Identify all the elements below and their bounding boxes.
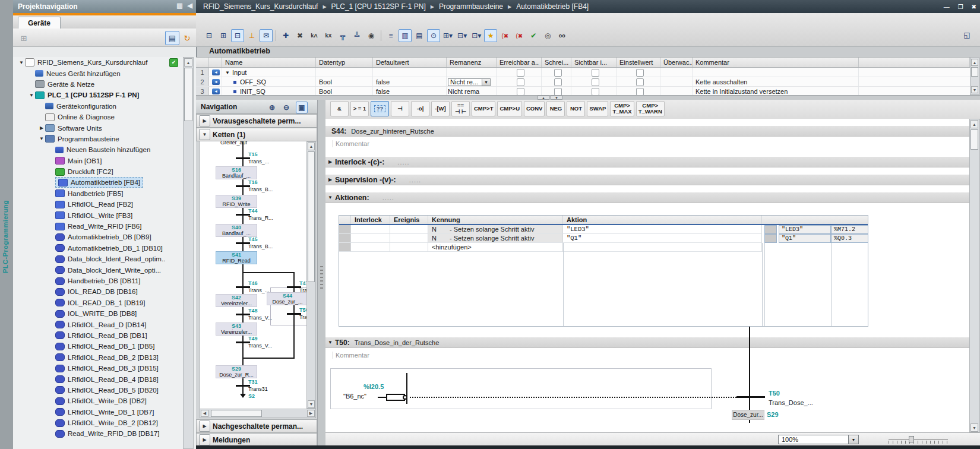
plc-programming-tab[interactable]: PLC-Programmierung (2, 95, 11, 273)
breadcrumb-item[interactable]: PLC_1 [CPU 1512SP F-1 PN] (331, 2, 426, 11)
tree-item[interactable]: ▶Software Units (13, 122, 196, 133)
permanent-instruction-icon[interactable]: ✉ (260, 29, 273, 42)
chain-step-S40[interactable]: S40Bandlauf_... (216, 224, 257, 237)
checkbox-cell[interactable] (617, 87, 660, 96)
splitter-collapse-down-icon[interactable]: ▼ (551, 96, 562, 100)
contact-operand[interactable]: "B6_nc" (343, 393, 366, 400)
comment-cell[interactable] (693, 68, 859, 77)
action-aktion-cell[interactable]: "Q1" (563, 234, 762, 243)
interface-table-scrollbar[interactable]: ▲ ▼ (970, 57, 979, 95)
tree-item[interactable]: Gerätekonfiguration (13, 101, 196, 112)
tree-item[interactable]: Data_block_Ident_Write_opti... (13, 264, 196, 275)
tree-item[interactable]: Handbetrieb_DB [DB11] (13, 276, 196, 286)
zoom-value[interactable]: 100% (779, 435, 848, 444)
checkbox[interactable] (554, 78, 562, 86)
tree-item[interactable]: Neuen Baustein hinzufügen (13, 144, 196, 155)
add-device-icon[interactable]: ⊞ (17, 31, 31, 45)
chain-step-S43[interactable]: S43Vereinzeler... (216, 322, 257, 336)
interlock-section-bar[interactable]: ▶ Interlock -(c)-: ..... (325, 157, 969, 167)
tree-item[interactable]: IOL_READ_DB [DB16] (13, 286, 196, 297)
datatype-cell[interactable]: Bool (316, 77, 373, 86)
checkbox[interactable] (554, 88, 562, 96)
details-view-icon[interactable]: ▤ (165, 31, 179, 45)
logic-button-SWAP[interactable]: SWAP (587, 101, 608, 116)
renumber-steps-icon[interactable]: kA (308, 29, 321, 42)
scroll-down-icon[interactable]: ▼ (970, 423, 978, 432)
retain-cell[interactable]: Nicht re...▼ (447, 77, 497, 86)
retain-cell[interactable] (447, 68, 497, 77)
tree-item[interactable]: LRfidIOL_Read_D [DB14] (13, 319, 196, 330)
transition-network[interactable] (330, 368, 712, 409)
checkbox[interactable] (592, 78, 599, 86)
tree-item[interactable]: Geräte & Netze (13, 79, 196, 90)
tree-item[interactable]: Handbetrieb [FB5] (13, 188, 196, 199)
tree-item[interactable]: Automatikbetrieb_DB_1 [DB10] (13, 243, 196, 254)
zoom-combo[interactable]: 100% ▼ (778, 435, 859, 444)
consistency-check-icon[interactable]: ✔ (527, 29, 540, 42)
chain-step-S39[interactable]: S39RFID_Write (216, 195, 257, 208)
datatype-cell[interactable]: Bool (316, 87, 373, 96)
scrollbar-thumb[interactable] (971, 67, 978, 77)
logic-button-CONV[interactable]: CONV (524, 101, 545, 116)
splitter-collapse-up-icon[interactable]: ▲ (538, 96, 549, 100)
column-header[interactable]: Schrei... (542, 58, 571, 67)
actions-column-header[interactable]: Kennung (428, 216, 563, 224)
tree-item[interactable]: LRfidIOL_Write [FB3] (13, 210, 196, 220)
absolute-operands-icon[interactable]: ≡ (384, 29, 397, 42)
table-row[interactable]: 1◄▼Input (196, 68, 970, 77)
sync-icon[interactable]: ↻ (180, 31, 194, 45)
tree-item[interactable]: Druckluft [FC2] (13, 166, 196, 177)
zoom-out-icon[interactable]: ⊖ (280, 102, 292, 113)
tree-item[interactable]: Data_block_Ident_Read_optim.. (13, 254, 196, 264)
column-header[interactable]: Erreichbar a.. (497, 58, 542, 67)
chevron-down-icon[interactable]: ▼ (482, 79, 490, 86)
tree-item[interactable]: Neues Gerät hinzufügen (13, 68, 196, 78)
action-ereignis-cell[interactable] (390, 243, 428, 252)
checkbox[interactable] (517, 69, 524, 77)
chain-step-S29[interactable]: S29Dose_zur_R... (216, 365, 257, 378)
checkbox-cell[interactable] (542, 87, 571, 96)
retain-cell[interactable]: Nicht rema (447, 87, 497, 96)
actions-column-header[interactable] (339, 216, 351, 224)
checkbox-cell[interactable] (617, 77, 660, 86)
logic-button-CMP>TMAX[interactable]: CMP> T_MAX (610, 101, 634, 116)
tree-item[interactable]: LRfidIOL_Write_DB [DB2] (13, 396, 196, 406)
tree-item[interactable]: LRfidIOL_Read_DB_5 [DB20] (13, 385, 196, 396)
variable-name-cell[interactable]: OFF_SQ (222, 77, 316, 86)
delete-numbering-icon[interactable]: kX (322, 29, 335, 42)
tree-item[interactable]: LRfidIOL_Read_DB_3 [DB15] (13, 363, 196, 374)
chain-step-S16[interactable]: S16Bandlauf_... (216, 166, 257, 179)
sequence-overview[interactable]: Greifer_aufT15Trans_...S16Bandlauf_...T1… (200, 141, 307, 409)
action-kennung-cell[interactable]: <hinzufügen> (428, 243, 563, 252)
scroll-left-icon[interactable]: ◀ (201, 410, 208, 417)
breadcrumb-item[interactable]: Automatikbetrieb [FB4] (516, 2, 589, 11)
logic-button-CMP>T[interactable]: CMP>T (472, 101, 495, 116)
splitter-grip[interactable] (320, 266, 323, 290)
scrollbar-thumb[interactable] (970, 129, 978, 150)
actions-section-bar[interactable]: ▼ Aktionen: ..... (325, 192, 969, 203)
section-vorausgeschaltete[interactable]: ▶ Vorausgeschaltete perm... (196, 114, 317, 128)
insert-network-icon[interactable]: ✚ (279, 29, 292, 42)
window-restore-icon[interactable]: ❐ (958, 4, 963, 10)
operand-cell[interactable]: "LED3" (779, 225, 831, 234)
column-header[interactable]: Überwac.. (660, 58, 693, 67)
logic-button-NEG[interactable]: NEG (546, 101, 565, 116)
checkbox-cell[interactable] (542, 68, 571, 77)
tree-item[interactable]: LRfidIOL_Read_DB_2 [DB13] (13, 352, 196, 363)
chevron-right-icon[interactable]: ▶ (325, 159, 335, 165)
logic-button-W[interactable]: -[W] (431, 101, 450, 116)
go-offline-icon[interactable]: (✖ (498, 29, 511, 42)
scroll-down-icon[interactable]: ▼ (971, 86, 978, 93)
tree-item[interactable]: LRfidIOL_Write_DB_1 [DB7] (13, 407, 196, 418)
logic-button->=1[interactable]: > = 1 (350, 101, 369, 116)
variable-name-cell[interactable]: ▼Input (222, 68, 316, 77)
step-header-s44[interactable]: S44: Dose_zur_hinteren_Rutsche (325, 126, 969, 137)
expander-open-icon[interactable]: ▼ (18, 60, 25, 65)
retain-combo[interactable]: Nicht re...▼ (448, 78, 491, 86)
column-header[interactable]: Sichtbar i... (571, 58, 617, 67)
checkbox-cell[interactable] (497, 68, 542, 77)
logic-button-2[interactable]: ?? (371, 101, 389, 116)
tree-item[interactable]: LRfidIOL_Read_DB_1 [DB5] (13, 341, 196, 352)
logic-button-NOT[interactable]: NOT (567, 101, 585, 116)
scrollbar-thumb[interactable] (211, 410, 262, 417)
